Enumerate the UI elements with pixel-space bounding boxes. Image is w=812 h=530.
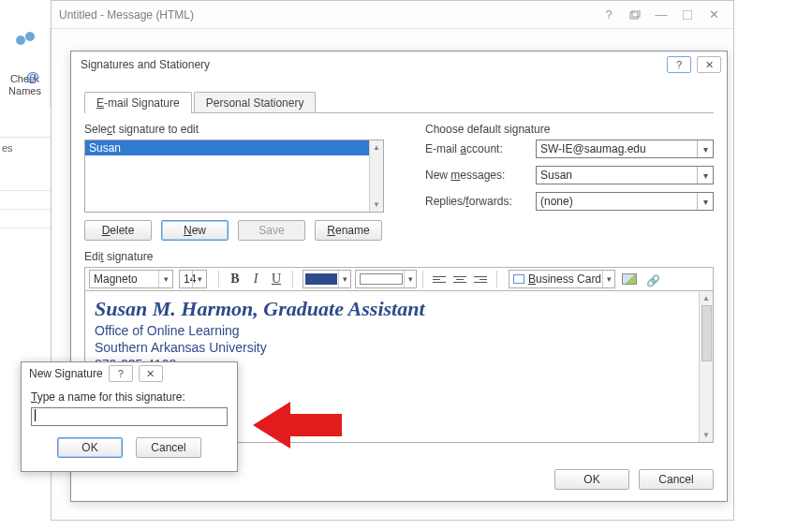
picture-icon — [622, 273, 637, 285]
callout-arrow-icon — [253, 397, 347, 456]
dialog-title: Signatures and Stationery — [81, 58, 210, 71]
signature-list-item[interactable]: Susan — [85, 140, 369, 155]
email-account-combo[interactable]: SW-IE@saumag.edu — [536, 140, 714, 158]
edit-signature-heading: Edit signature — [84, 250, 714, 263]
people-icon — [14, 32, 37, 54]
signature-list[interactable]: Susan ▲ ▼ — [84, 140, 384, 213]
tab-email-signature[interactable]: E-mail Signature — [84, 92, 192, 113]
font-size-combo[interactable]: 14 — [179, 270, 207, 288]
restore-button[interactable] — [623, 6, 647, 24]
at-icon: @ — [26, 69, 39, 84]
email-account-label: E-mail account: — [425, 142, 528, 155]
font-name-combo[interactable]: Magneto — [89, 270, 173, 288]
align-left-button[interactable] — [429, 270, 450, 288]
modal-title: New Signature — [29, 367, 103, 380]
scroll-up-icon[interactable]: ▲ — [700, 291, 713, 305]
scroll-thumb[interactable] — [701, 305, 712, 361]
svg-rect-2 — [683, 10, 692, 20]
svg-rect-1 — [632, 10, 640, 17]
modal-titlebar: New Signature ? ✕ — [22, 362, 237, 385]
signature-name-input[interactable] — [31, 407, 228, 426]
underline-button[interactable]: U — [266, 270, 287, 288]
save-button: Save — [238, 220, 305, 241]
new-messages-label: New messages: — [425, 169, 528, 182]
signature-line: Office of Online Learning — [95, 323, 703, 338]
ok-button[interactable]: OK — [554, 469, 629, 490]
signature-line-name: Susan M. Harmon, Graduate Assistant — [95, 297, 703, 321]
new-button[interactable]: New — [161, 220, 229, 241]
align-center-button[interactable] — [450, 270, 470, 288]
ribbon-fragment: @ Check Names es — [0, 28, 52, 140]
italic-button[interactable]: I — [245, 270, 266, 288]
align-right-button[interactable] — [470, 270, 491, 288]
replies-forwards-combo[interactable]: (none) — [536, 192, 714, 211]
signature-line: Southern Arkansas University — [95, 340, 703, 355]
close-button[interactable]: ✕ — [701, 6, 726, 24]
modal-ok-button[interactable]: OK — [57, 437, 123, 458]
scroll-down-icon[interactable]: ▼ — [700, 428, 713, 442]
auto-color-combo[interactable] — [355, 270, 417, 288]
new-messages-combo[interactable]: Susan — [536, 166, 714, 184]
modal-help-button[interactable]: ? — [109, 365, 133, 382]
choose-default-heading: Choose default signature — [425, 123, 714, 136]
window-title: Untitled - Message (HTML) — [59, 8, 194, 22]
tab-personal-stationery[interactable]: Personal Stationery — [194, 92, 317, 113]
insert-hyperlink-button[interactable]: 🔗 — [643, 270, 664, 288]
svg-rect-0 — [630, 12, 638, 19]
scroll-up-icon[interactable]: ▲ — [370, 140, 383, 155]
dialog-titlebar: Signatures and Stationery ? ✕ — [71, 52, 727, 78]
replies-forwards-label: Replies/forwards: — [425, 195, 528, 208]
business-card-button[interactable]: Business Card — [509, 270, 615, 288]
help-button[interactable]: ? — [597, 6, 621, 24]
dialog-close-button[interactable]: ✕ — [697, 56, 721, 73]
underlying-rows — [0, 172, 52, 228]
maximize-button[interactable] — [675, 6, 700, 24]
svg-marker-3 — [253, 402, 342, 449]
insert-picture-button[interactable] — [619, 270, 640, 288]
new-signature-dialog: New Signature ? ✕ Type a name for this s… — [21, 361, 238, 472]
message-window-titlebar: Untitled - Message (HTML) ? — ✕ — [52, 1, 733, 29]
cancel-button[interactable]: Cancel — [639, 469, 714, 490]
scrollbar[interactable]: ▲ ▼ — [369, 140, 383, 212]
modal-cancel-button[interactable]: Cancel — [136, 437, 201, 458]
ribbon-group-caption: es — [2, 142, 13, 154]
dialog-help-button[interactable]: ? — [667, 56, 691, 73]
modal-prompt-label: Type a name for this signature: — [31, 390, 228, 404]
modal-close-button[interactable]: ✕ — [139, 365, 163, 382]
minimize-button[interactable]: — — [649, 6, 673, 24]
select-signature-heading: Select signature to edit — [84, 123, 403, 136]
format-toolbar: Magneto 14 B I U Business Card 🔗 — [84, 267, 714, 291]
delete-button[interactable]: Delete — [84, 220, 152, 241]
scroll-down-icon[interactable]: ▼ — [370, 198, 383, 212]
bold-button[interactable]: B — [225, 270, 245, 288]
rename-button[interactable]: Rename — [315, 220, 382, 241]
font-color-combo[interactable] — [303, 270, 351, 288]
link-icon: 🔗 — [646, 274, 661, 284]
editor-scrollbar[interactable]: ▲ ▼ — [699, 291, 713, 442]
